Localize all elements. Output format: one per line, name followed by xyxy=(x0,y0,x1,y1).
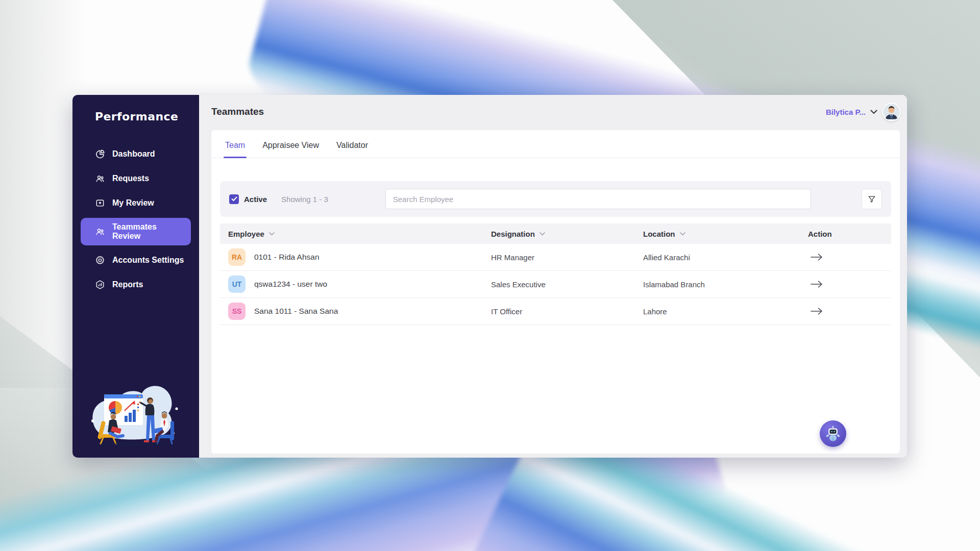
user-name[interactable]: Bilytica P... xyxy=(826,108,866,116)
column-header-location[interactable]: Location xyxy=(643,230,808,238)
app-logo: Performance xyxy=(72,95,199,123)
user-avatar[interactable] xyxy=(882,103,901,121)
tab-bar: TeamAppraisee ViewValidator xyxy=(211,130,900,158)
action-cell xyxy=(808,305,891,317)
sidebar-item-label: Requests xyxy=(112,174,149,183)
reports-hexagon-icon xyxy=(95,280,105,290)
chevron-down-icon[interactable] xyxy=(870,110,877,114)
column-header-designation[interactable]: Designation xyxy=(491,230,643,238)
active-checkbox[interactable] xyxy=(229,194,239,204)
location-cell: Islamabad Branch xyxy=(643,280,808,289)
sidebar-item-label: Reports xyxy=(112,280,143,289)
avatar: UT xyxy=(228,276,246,293)
location-cell: Allied Karachi xyxy=(643,253,808,262)
team-panel: Active Showing 1 - 3 EmployeeDesignation… xyxy=(220,181,891,325)
table-body: RA0101 - Rida AhsanHR ManagerAllied Kara… xyxy=(220,244,891,325)
funnel-icon xyxy=(867,194,876,204)
column-label: Location xyxy=(643,230,675,238)
tab-validator[interactable]: Validator xyxy=(335,130,370,158)
arrow-right-icon[interactable] xyxy=(808,305,825,317)
sidebar-illustration xyxy=(86,383,186,452)
filter-button[interactable] xyxy=(862,189,882,209)
sidebar-item-label: Accounts Settings xyxy=(112,256,184,265)
column-label: Employee xyxy=(228,230,264,238)
search-input[interactable] xyxy=(385,189,811,209)
designation-cell: HR Manager xyxy=(491,253,643,262)
sidebar-item-reports[interactable]: Reports xyxy=(81,275,191,294)
employee-cell: RA0101 - Rida Ahsan xyxy=(228,248,491,266)
action-cell xyxy=(808,278,891,290)
tab-team[interactable]: Team xyxy=(224,130,247,158)
sidebar-item-teammates-review[interactable]: Teammates Review xyxy=(81,218,191,245)
employee-cell: UTqswa1234 - user two xyxy=(228,276,491,293)
sidebar-item-label: My Review xyxy=(112,198,154,208)
table-row: RA0101 - Rida AhsanHR ManagerAllied Kara… xyxy=(220,244,891,271)
review-badge-icon xyxy=(95,198,105,208)
content-card: TeamAppraisee ViewValidator Active Showi… xyxy=(211,130,900,454)
table-header-row: EmployeeDesignationLocationAction xyxy=(220,223,891,244)
location-cell: Lahore xyxy=(643,307,808,316)
sidebar-item-accounts-settings[interactable]: Accounts Settings xyxy=(81,251,191,270)
pie-chart-icon xyxy=(95,149,105,159)
robot-icon xyxy=(823,423,843,444)
sidebar-item-label: Dashboard xyxy=(112,149,155,159)
showing-count-text: Showing 1 - 3 xyxy=(281,195,328,204)
arrow-right-icon[interactable] xyxy=(808,278,825,290)
sort-chevron-icon[interactable] xyxy=(680,232,685,236)
employee-cell: SSSana 1011 - Sana Sana xyxy=(228,303,491,320)
avatar: SS xyxy=(228,303,246,320)
sort-chevron-icon[interactable] xyxy=(540,232,545,236)
sidebar-item-dashboard[interactable]: Dashboard xyxy=(81,144,191,164)
sidebar-nav: DashboardRequestsMy ReviewTeammates Revi… xyxy=(72,144,199,294)
sidebar-item-my-review[interactable]: My Review xyxy=(81,193,191,213)
chatbot-button[interactable] xyxy=(820,420,846,447)
column-label: Designation xyxy=(491,230,535,238)
tab-appraisee-view[interactable]: Appraisee View xyxy=(261,130,321,158)
app-window: Performance DashboardRequestsMy ReviewTe… xyxy=(72,95,907,458)
column-header-employee[interactable]: Employee xyxy=(228,230,491,238)
designation-cell: IT Officer xyxy=(491,307,643,316)
avatar: RA xyxy=(228,248,246,266)
sort-chevron-icon[interactable] xyxy=(269,232,275,236)
arrow-right-icon[interactable] xyxy=(808,251,825,263)
column-header-action: Action xyxy=(808,230,891,238)
table-row: SSSana 1011 - Sana SanaIT OfficerLahore xyxy=(220,298,891,325)
people-icon xyxy=(95,227,105,237)
people-icon xyxy=(95,173,105,184)
page-title: Teammates xyxy=(211,106,264,117)
column-label: Action xyxy=(808,230,832,238)
designation-cell: Sales Executive xyxy=(491,280,643,289)
active-checkbox-label[interactable]: Active xyxy=(244,195,267,204)
employee-name: Sana 1011 - Sana Sana xyxy=(254,307,338,316)
sidebar-item-label: Teammates Review xyxy=(112,222,186,241)
employee-name: qswa1234 - user two xyxy=(254,280,327,289)
main-area: Teammates Bilytica P... TeamAppraisee xyxy=(199,95,907,458)
employee-name: 0101 - Rida Ahsan xyxy=(254,253,320,262)
action-cell xyxy=(808,251,891,263)
table-row: UTqswa1234 - user twoSales ExecutiveIsla… xyxy=(220,271,891,298)
sidebar-item-requests[interactable]: Requests xyxy=(81,169,191,188)
sidebar: Performance DashboardRequestsMy ReviewTe… xyxy=(72,95,199,458)
top-header: Teammates Bilytica P... xyxy=(199,95,907,129)
gear-icon xyxy=(95,255,105,265)
user-menu[interactable]: Bilytica P... xyxy=(826,103,901,121)
table-toolbar: Active Showing 1 - 3 xyxy=(220,181,891,217)
